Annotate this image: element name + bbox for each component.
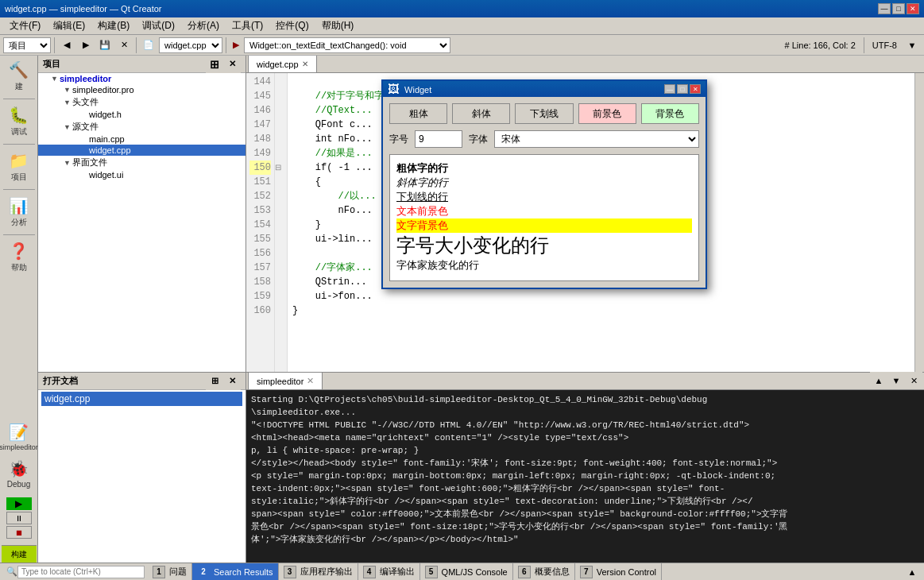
open-docs-panel: 打开文档 ⊞ ✕ widget.cpp [38, 372, 245, 563]
project-combo[interactable]: 项目 [3, 37, 51, 53]
panel-split-btn[interactable]: ⊞ [206, 56, 223, 73]
output-close[interactable]: ✕ [905, 372, 922, 389]
minimize-button[interactable]: — [878, 3, 891, 14]
tree-item-pro[interactable]: ▼ simpleeditor.pro [38, 84, 245, 95]
widget-maximize-btn[interactable]: □ [677, 84, 688, 94]
toolbar-btn-encoding[interactable]: ▼ [903, 37, 921, 54]
line-col-info: # Line: 166, Col: 2 [780, 41, 860, 50]
menu-help[interactable]: 帮助(H) [315, 17, 361, 34]
preview-bold-line: 粗体字的行 [396, 161, 692, 176]
tree-label-forms: 界面文件 [72, 157, 107, 168]
sidebar-icon-build[interactable]: 🔨 建 [2, 59, 37, 94]
editor-tab-widget-cpp[interactable]: widget.cpp ✕ [248, 56, 317, 72]
output-scroll-up[interactable]: ▲ [870, 372, 887, 389]
open-docs-close-btn[interactable]: ✕ [223, 373, 241, 390]
tree-item-widget-ui[interactable]: widget.ui [38, 169, 245, 180]
foreground-button[interactable]: 前景色 [578, 103, 636, 124]
step-button[interactable]: ⏸ [6, 512, 32, 524]
sidebar-icon-analyze[interactable]: 📊 分析 [2, 195, 37, 230]
tree-item-main-cpp[interactable]: main.cpp [38, 133, 245, 145]
status-num-1: 1 [153, 566, 165, 578]
bold-button[interactable]: 粗体 [389, 103, 447, 124]
status-tab-issues[interactable]: 1 问题 [148, 563, 192, 580]
sidebar-label-build: 建 [15, 81, 23, 92]
widget-close-btn[interactable]: ✕ [690, 84, 701, 94]
status-num-7: 7 [580, 566, 593, 578]
preview-italic-line: 斜体字的行 [396, 176, 692, 190]
widget-dialog: 🖼 Widget — □ ✕ 粗体 斜体 下划线 前景色 背景色 字号 字体 宋… [381, 79, 707, 289]
close-button[interactable]: ✕ [907, 3, 919, 14]
status-num-4: 4 [363, 566, 376, 578]
open-docs-split-btn[interactable]: ⊞ [206, 373, 223, 390]
tree-item-headers[interactable]: ▼ 头文件 [38, 95, 245, 109]
status-tab-qml[interactable]: 5 QML/JS Console [420, 563, 513, 580]
left-panel: 项目 ⊞ ✕ ▼ simpleeditor ▼ simpleeditor.pro… [38, 56, 246, 563]
tree-label-headers: 头文件 [72, 96, 99, 108]
output-tab-close[interactable]: ✕ [307, 376, 314, 386]
tree-item-widget-cpp[interactable]: widget.cpp [38, 145, 245, 156]
sidebar-icon-simpleeditor[interactable]: 📝 simpleeditor [2, 420, 37, 454]
tree-label-widget-cpp: widget.cpp [89, 145, 131, 155]
project-panel-header: 项目 ⊞ ✕ [38, 56, 245, 73]
maximize-button[interactable]: □ [892, 3, 905, 14]
menu-file[interactable]: 文件(F) [3, 17, 47, 34]
status-bar: 🔍 1 问题 2 Search Results 3 应用程序输出 4 编译输出 … [0, 563, 924, 580]
menu-controls[interactable]: 控件(Q) [269, 17, 315, 34]
sidebar-icon-help[interactable]: ❓ 帮助 [2, 240, 37, 275]
function-combo[interactable]: Widget::on_textEdit_textChanged(): void [244, 37, 450, 53]
sidebar-icon-project[interactable]: 📁 项目 [2, 149, 37, 184]
panel-close-btn[interactable]: ✕ [223, 56, 241, 73]
title-bar: widget.cpp — simpleeditor — Qt Creator —… [0, 0, 924, 17]
toolbar-btn-save[interactable]: 💾 [96, 37, 114, 54]
menu-edit[interactable]: 编辑(E) [47, 17, 91, 34]
font-family-combo[interactable]: 宋体 黑体 微软雅黑 [494, 130, 699, 148]
toolbar-btn-new[interactable]: 📄 [140, 37, 157, 54]
sidebar-icon-debug[interactable]: 🐛 调试 [2, 104, 37, 139]
locate-input[interactable] [17, 566, 145, 578]
status-tab-vcs[interactable]: 7 Version Control [575, 563, 662, 580]
file-combo[interactable]: widget.cpp [159, 37, 222, 53]
stop-button[interactable]: ⏹ [6, 526, 32, 539]
underline-button[interactable]: 下划线 [515, 103, 573, 124]
menu-bar: 文件(F) 编辑(E) 构建(B) 调试(D) 分析(A) 工具(T) 控件(Q… [0, 17, 924, 35]
open-doc-widget-cpp[interactable]: widget.cpp [41, 392, 242, 406]
editor-scrollbar[interactable] [914, 73, 924, 372]
window-title: widget.cpp — simpleeditor — Qt Creator [5, 4, 878, 14]
toolbar-btn-close[interactable]: ✕ [115, 37, 133, 54]
build-action-button[interactable]: 构建 [2, 545, 37, 563]
output-tab-simpleeditor[interactable]: simpleeditor ✕ [248, 372, 323, 389]
tree-item-sources[interactable]: ▼ 源文件 [38, 120, 245, 133]
editor-tab-bar: widget.cpp ✕ [246, 56, 924, 73]
menu-build[interactable]: 构建(B) [91, 17, 136, 34]
toolbar-btn-forward[interactable]: ▶ [77, 37, 95, 54]
run-button[interactable]: ▶ [6, 497, 32, 510]
output-scroll-down[interactable]: ▼ [887, 372, 905, 389]
status-tab-search[interactable]: 2 Search Results [192, 563, 279, 580]
status-tab-appoutput[interactable]: 3 应用程序输出 [279, 563, 358, 580]
italic-button[interactable]: 斜体 [452, 103, 510, 124]
help-icon: ❓ [9, 242, 29, 261]
font-size-input[interactable] [415, 130, 462, 148]
tree-item-widget-h[interactable]: widget.h [38, 109, 245, 120]
output-content[interactable]: Starting D:\QtProjects\ch05\build-simple… [246, 390, 924, 563]
editor-tab-close[interactable]: ✕ [302, 60, 308, 68]
tree-label-pro: simpleeditor.pro [72, 85, 134, 95]
widget-minimize-btn[interactable]: — [664, 84, 675, 94]
debug-run-icon: 🐞 [9, 459, 29, 478]
toolbar-btn-back[interactable]: ◀ [58, 37, 75, 54]
background-button[interactable]: 背景色 [641, 103, 699, 124]
status-tab-compile[interactable]: 4 编译输出 [358, 563, 420, 580]
status-tab-overview[interactable]: 6 概要信息 [513, 563, 575, 580]
menu-tools[interactable]: 工具(T) [226, 17, 269, 34]
search-icon: 🔍 [6, 566, 17, 577]
tree-item-forms[interactable]: ▼ 界面文件 [38, 156, 245, 169]
menu-debug[interactable]: 调试(D) [136, 17, 181, 34]
menu-analyze[interactable]: 分析(A) [181, 17, 226, 34]
output-line-6: </style></head><body style=" font-family… [251, 457, 919, 470]
status-label-vcs: Version Control [597, 567, 656, 577]
status-scroll-up[interactable]: ▲ [903, 563, 921, 581]
open-docs-title: 打开文档 [43, 375, 78, 387]
sidebar-icon-debugrun[interactable]: 🐞 Debug [2, 456, 37, 491]
status-num-6: 6 [518, 566, 531, 578]
tree-item-project[interactable]: ▼ simpleeditor [38, 73, 245, 84]
